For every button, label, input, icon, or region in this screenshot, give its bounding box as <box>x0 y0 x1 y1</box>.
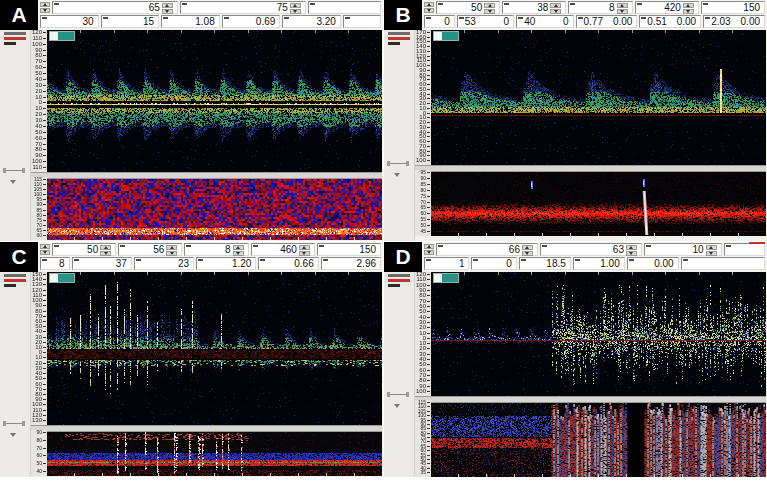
value-box[interactable]: 0.66 <box>258 257 318 270</box>
spinner-down-button[interactable] <box>162 9 173 14</box>
doppler-spectrogram-canvas[interactable] <box>431 272 766 396</box>
scroll-down-icon[interactable] <box>394 404 400 408</box>
value-box[interactable]: 460 <box>251 243 315 256</box>
value-box[interactable]: 150 <box>701 1 765 14</box>
spinner-up-button[interactable] <box>233 245 244 250</box>
value-box[interactable]: 30 <box>40 15 99 28</box>
mmode-canvas[interactable] <box>431 170 766 236</box>
spinner-down-button[interactable] <box>100 251 111 256</box>
spinner-down-button[interactable] <box>233 251 244 256</box>
depth-split-slider[interactable] <box>3 423 25 429</box>
depth-split-slider[interactable] <box>387 163 409 169</box>
spinner-up-button[interactable] <box>290 3 301 8</box>
value-box[interactable]: 10 <box>644 243 722 256</box>
value-box[interactable] <box>724 243 765 256</box>
depth-split-slider[interactable] <box>3 170 25 176</box>
mmode-canvas[interactable] <box>47 430 382 476</box>
spinner-up-button[interactable] <box>550 3 561 8</box>
value-box[interactable]: 1.00 <box>573 257 625 270</box>
spinner-down-button[interactable] <box>706 251 717 256</box>
spinner-down-button[interactable] <box>522 251 533 256</box>
value-box[interactable]: 8 <box>40 257 70 270</box>
doppler-spectrogram-canvas[interactable] <box>431 30 766 165</box>
value-box[interactable] <box>308 1 381 14</box>
spinner-up-button[interactable] <box>522 245 533 250</box>
mmode-display[interactable] <box>47 430 382 476</box>
value-box[interactable]: 1.20 <box>196 257 256 270</box>
value-box[interactable]: 8 <box>568 1 632 14</box>
value-box[interactable]: 150 <box>317 243 381 256</box>
spinner-down-button[interactable] <box>290 9 301 14</box>
mmode-canvas[interactable] <box>47 177 382 240</box>
value-box[interactable]: 75 <box>180 1 306 14</box>
spinner-up-button[interactable] <box>706 245 717 250</box>
mmode-display[interactable] <box>431 170 766 236</box>
spinner-down-button[interactable] <box>424 250 434 255</box>
spinner-up-button[interactable] <box>299 245 310 250</box>
value-box[interactable]: 0.69 <box>222 15 281 28</box>
plot-divider[interactable] <box>414 396 766 403</box>
value-box[interactable]: 66 <box>436 243 538 256</box>
value-box[interactable]: 18.5 <box>519 257 571 270</box>
spinner-up-button[interactable] <box>100 245 111 250</box>
doppler-spectrogram[interactable] <box>431 30 766 165</box>
value-box[interactable]: 0 <box>471 257 516 270</box>
spinner-down-button[interactable] <box>484 9 495 14</box>
value-box[interactable]: 56 <box>118 243 182 256</box>
doppler-spectrogram-canvas[interactable] <box>47 30 382 172</box>
value-box[interactable]: 0.00 <box>627 257 679 270</box>
value-box[interactable]: 3.20 <box>282 15 341 28</box>
value-box[interactable]: 8 <box>184 243 248 256</box>
value-box[interactable]: 0.770.00 <box>576 15 638 28</box>
depth-split-slider[interactable] <box>387 394 409 400</box>
doppler-spectrogram-canvas[interactable] <box>47 272 382 425</box>
value-box[interactable]: 23 <box>134 257 194 270</box>
spinner-down-button[interactable] <box>40 250 50 255</box>
spinner-up-button[interactable] <box>40 2 50 7</box>
value-box[interactable]: 38 <box>502 1 566 14</box>
scroll-down-icon[interactable] <box>10 180 16 184</box>
spinner-down-button[interactable] <box>299 251 310 256</box>
value-box[interactable]: 0.510.00 <box>639 15 701 28</box>
value-box[interactable]: 400 <box>516 15 573 28</box>
doppler-spectrogram[interactable] <box>431 272 766 396</box>
value-box[interactable]: 420 <box>635 1 699 14</box>
scroll-down-icon[interactable] <box>394 173 400 177</box>
value-box[interactable] <box>681 257 765 270</box>
spinner-down-button[interactable] <box>626 251 637 256</box>
value-box[interactable]: 50 <box>52 243 116 256</box>
spinner-up-button[interactable] <box>484 3 495 8</box>
spinner-down-button[interactable] <box>424 8 434 13</box>
value-box[interactable] <box>343 15 381 28</box>
value-box[interactable]: 0 <box>424 15 455 28</box>
value-box[interactable]: 50 <box>436 1 500 14</box>
spinner-up-button[interactable] <box>424 244 434 249</box>
plot-divider[interactable] <box>414 165 766 172</box>
spinner-up-button[interactable] <box>626 245 637 250</box>
value-box[interactable]: 2.030.00 <box>703 15 765 28</box>
spinner-up-button[interactable] <box>166 245 177 250</box>
value-box[interactable]: 2.96 <box>321 257 381 270</box>
spinner-down-button[interactable] <box>683 9 694 14</box>
spinner-up-button[interactable] <box>617 3 628 8</box>
mmode-display[interactable] <box>47 177 382 240</box>
value-box[interactable]: 530 <box>457 15 514 28</box>
spinner-up-button[interactable] <box>424 2 434 7</box>
value-box[interactable]: 63 <box>540 243 642 256</box>
value-box[interactable]: 65 <box>52 1 178 14</box>
spinner-down-button[interactable] <box>617 9 628 14</box>
spinner-up-button[interactable] <box>40 244 50 249</box>
value-box[interactable]: 1.08 <box>161 15 220 28</box>
spinner-down-button[interactable] <box>40 8 50 13</box>
mmode-display[interactable] <box>431 400 766 477</box>
plot-divider[interactable] <box>30 425 382 432</box>
spinner-up-button[interactable] <box>683 3 694 8</box>
value-box[interactable]: 15 <box>101 15 160 28</box>
value-box[interactable]: 37 <box>72 257 132 270</box>
scroll-down-icon[interactable] <box>10 433 16 437</box>
value-box[interactable]: 1 <box>424 257 469 270</box>
spinner-up-button[interactable] <box>162 3 173 8</box>
plot-divider[interactable] <box>30 172 382 179</box>
spinner-down-button[interactable] <box>166 251 177 256</box>
spinner-down-button[interactable] <box>550 9 561 14</box>
